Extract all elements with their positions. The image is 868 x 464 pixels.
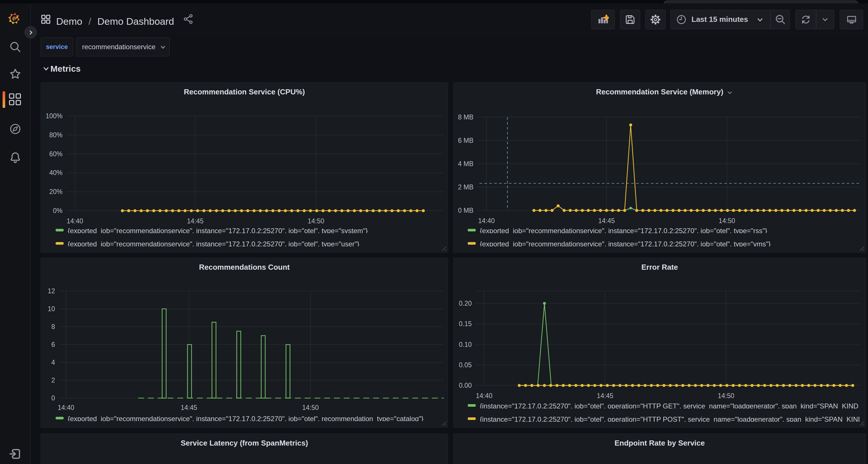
svg-text:10: 10 — [48, 305, 55, 312]
svg-text:0.15: 0.15 — [459, 320, 472, 328]
svg-text:0: 0 — [51, 394, 55, 402]
svg-text:14:50: 14:50 — [302, 404, 319, 411]
svg-text:80%: 80% — [49, 131, 62, 139]
svg-text:2: 2 — [51, 376, 55, 384]
svg-text:4 MB: 4 MB — [458, 160, 473, 168]
svg-text:14:40: 14:40 — [58, 404, 74, 411]
svg-text:14:40: 14:40 — [66, 217, 83, 225]
svg-text:12: 12 — [48, 287, 55, 295]
svg-text:14:45: 14:45 — [181, 404, 197, 411]
svg-text:0.05: 0.05 — [459, 361, 472, 369]
svg-text:0 MB: 0 MB — [458, 207, 473, 214]
svg-text:0.20: 0.20 — [459, 300, 472, 307]
svg-text:0.00: 0.00 — [459, 382, 472, 389]
svg-text:4: 4 — [51, 359, 55, 366]
svg-text:2 MB: 2 MB — [458, 184, 473, 191]
svg-text:14:45: 14:45 — [597, 392, 613, 400]
svg-text:6: 6 — [51, 341, 55, 348]
svg-text:0.10: 0.10 — [459, 341, 472, 348]
svg-text:100%: 100% — [45, 112, 62, 120]
svg-text:14:40: 14:40 — [476, 392, 492, 400]
svg-text:14:45: 14:45 — [187, 217, 204, 225]
svg-text:8: 8 — [51, 323, 55, 330]
svg-text:14:50: 14:50 — [308, 217, 324, 225]
svg-text:20%: 20% — [49, 188, 62, 195]
svg-text:60%: 60% — [49, 150, 62, 158]
svg-text:14:50: 14:50 — [718, 217, 735, 225]
svg-text:40%: 40% — [49, 169, 62, 176]
svg-text:8 MB: 8 MB — [458, 113, 473, 121]
svg-text:14:45: 14:45 — [598, 217, 615, 225]
svg-text:14:40: 14:40 — [478, 217, 495, 225]
svg-text:6 MB: 6 MB — [458, 137, 473, 144]
svg-text:14:50: 14:50 — [718, 392, 734, 400]
svg-text:0%: 0% — [53, 207, 62, 214]
